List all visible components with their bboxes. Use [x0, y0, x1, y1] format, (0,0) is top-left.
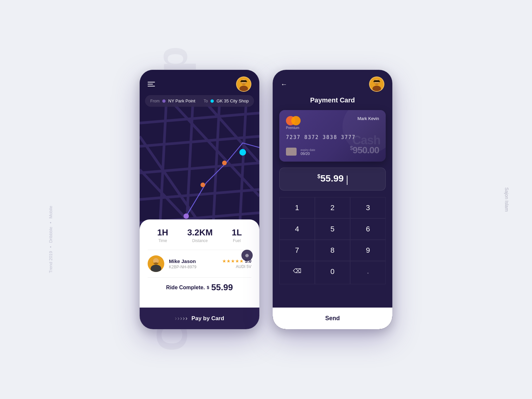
- key-6[interactable]: 6: [350, 218, 386, 240]
- stats-row: 1H Time 3.2KM Distance 1L Fuel: [148, 227, 251, 243]
- numpad: 1 2 3 4 5 6 7 8 9 ⌫ 0 ·: [279, 197, 386, 284]
- from-place: NY Park Point: [168, 98, 195, 103]
- from-dot: [162, 99, 166, 103]
- driver-info: Mike Jason K2BP-NH-8979: [169, 258, 217, 269]
- svg-point-19: [239, 86, 248, 91]
- distance-label: Distance: [187, 238, 213, 243]
- screens-container: From NY Park Point To GK 35 City Shop ⊕ …: [140, 70, 392, 329]
- key-7[interactable]: 7: [279, 240, 315, 261]
- key-3[interactable]: 3: [350, 197, 386, 218]
- mc-orange-circle: [291, 116, 301, 125]
- card-balance: $950.00: [350, 145, 379, 156]
- card-number: 7237 8372 3838 3777: [286, 134, 379, 140]
- from-label: From: [150, 99, 160, 103]
- time-label: Time: [157, 238, 168, 243]
- pay-by-card-button[interactable]: › › › › › Pay by Card: [140, 308, 259, 329]
- key-4[interactable]: 4: [279, 218, 315, 240]
- user-avatar[interactable]: [236, 76, 251, 92]
- card-holder: Mark Kevin: [357, 116, 379, 121]
- phone-payment: ← Payment Card: [273, 70, 392, 329]
- driver-name: Mike Jason: [169, 258, 217, 264]
- svg-rect-21: [242, 83, 245, 85]
- divider: [148, 250, 251, 250]
- amount-text: $55.99: [318, 173, 346, 184]
- stat-distance: 3.2KM Distance: [187, 227, 213, 243]
- payment-card-title: Payment Card: [310, 96, 355, 104]
- ride-complete-label: Ride Complete.: [166, 285, 205, 291]
- cursor: [347, 176, 347, 185]
- svg-rect-23: [240, 81, 247, 82]
- phone1-header: [140, 70, 259, 96]
- key-2[interactable]: 2: [315, 197, 350, 218]
- amount-display[interactable]: $55.99: [279, 168, 386, 191]
- fuel-label: Fuel: [232, 238, 242, 243]
- to-label: To: [203, 99, 208, 103]
- ride-price-symbol: $: [207, 285, 209, 290]
- send-button[interactable]: Send: [273, 308, 392, 329]
- fuel-value: 1L: [232, 227, 242, 238]
- svg-rect-34: [373, 81, 380, 82]
- svg-rect-32: [375, 83, 378, 85]
- svg-point-15: [222, 161, 227, 165]
- card-brand: Premium: [286, 126, 301, 130]
- svg-line-0: [140, 113, 259, 123]
- car-model: AUDI 5V: [222, 264, 251, 269]
- phone-ride-summary: From NY Park Point To GK 35 City Shop ⊕ …: [140, 70, 259, 329]
- back-button[interactable]: ←: [281, 80, 287, 88]
- key-1[interactable]: 1: [279, 197, 315, 218]
- stars: ★★★★★: [222, 258, 244, 264]
- watermark-sajon: Sajon Islam: [504, 187, 509, 211]
- phone2-header: ←: [273, 70, 392, 96]
- stat-fuel: 1L Fuel: [232, 227, 242, 243]
- send-label: Send: [325, 315, 340, 322]
- expiry-label: expiry date: [301, 148, 315, 152]
- user-avatar-2[interactable]: [369, 76, 384, 92]
- expiry-value: 09/20: [301, 152, 315, 156]
- svg-point-17: [184, 213, 189, 219]
- location-button[interactable]: ⊕: [241, 250, 253, 261]
- payment-content: Premium Mark Kevin 7237 8372 3838 3777 C…: [273, 110, 392, 284]
- key-dot[interactable]: ·: [350, 261, 386, 284]
- svg-point-30: [372, 86, 381, 91]
- card-chip: [286, 148, 297, 156]
- ride-complete-row: Ride Complete. $ 55.99: [148, 277, 251, 293]
- key-8[interactable]: 8: [315, 240, 350, 261]
- distance-value: 3.2KM: [187, 227, 213, 238]
- svg-point-25: [151, 265, 161, 272]
- card-watermark: Cash: [352, 133, 380, 147]
- to-place: GK 35 City Shop: [216, 98, 249, 103]
- key-5[interactable]: 5: [315, 218, 350, 240]
- route-pill: From NY Park Point To GK 35 City Shop: [145, 95, 254, 107]
- svg-point-14: [200, 183, 205, 187]
- driver-plate: K2BP-NH-8979: [169, 265, 217, 269]
- menu-button[interactable]: [148, 82, 155, 86]
- driver-row: Mike Jason K2BP-NH-8979 ★★★★★ 5.0 AUDI 5…: [148, 255, 251, 272]
- to-dot: [210, 99, 214, 103]
- stat-time: 1H Time: [157, 227, 168, 243]
- key-9[interactable]: 9: [350, 240, 386, 261]
- pay-label: Pay by Card: [192, 315, 224, 322]
- svg-point-28: [154, 262, 158, 264]
- svg-point-13: [239, 149, 246, 156]
- pay-arrows: › › › › ›: [175, 315, 188, 322]
- credit-card: Premium Mark Kevin 7237 8372 3838 3777 C…: [279, 110, 386, 162]
- ride-price: 55.99: [211, 282, 233, 293]
- key-backspace[interactable]: ⌫: [279, 261, 315, 284]
- watermark-labels: Trend 2019 • Dribbble • Mobile: [48, 206, 53, 273]
- svg-line-12: [206, 103, 259, 163]
- time-value: 1H: [157, 227, 168, 238]
- driver-avatar: [148, 255, 164, 272]
- key-0[interactable]: 0: [315, 261, 350, 284]
- svg-line-9: [140, 136, 206, 233]
- mastercard-logo: [286, 116, 301, 125]
